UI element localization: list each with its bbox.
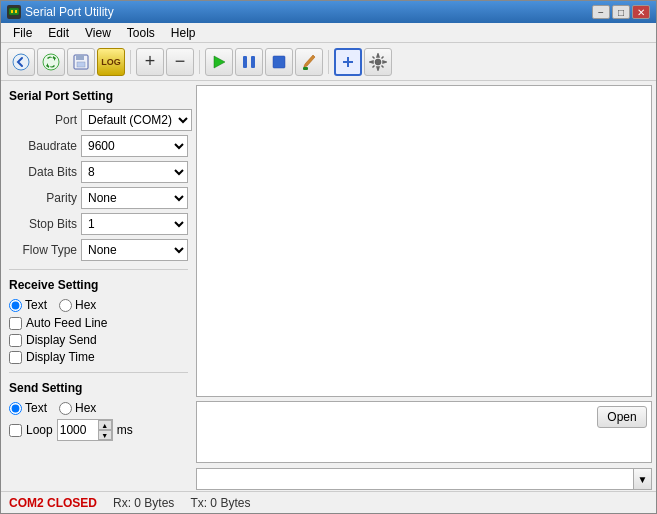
minimize-button[interactable]: − (592, 5, 610, 19)
port-row: Port Default (COM2) COM1 COM2 COM3 (9, 109, 188, 131)
close-button[interactable]: ✕ (632, 5, 650, 19)
stop-bits-select[interactable]: 11.52 (81, 213, 188, 235)
stop-bits-label: Stop Bits (9, 217, 77, 231)
svg-rect-11 (273, 56, 285, 68)
send-input[interactable] (196, 468, 634, 490)
loop-spin-down[interactable]: ▼ (98, 430, 112, 440)
menu-file[interactable]: File (5, 24, 40, 42)
play-button[interactable] (205, 48, 233, 76)
svg-rect-1 (11, 10, 13, 13)
loop-item[interactable]: Loop (9, 423, 53, 437)
window-controls: − □ ✕ (592, 5, 650, 19)
data-bits-select[interactable]: 5678 (81, 161, 188, 183)
loop-spin-up[interactable]: ▲ (98, 420, 112, 430)
auto-feed-line-item[interactable]: Auto Feed Line (9, 316, 188, 330)
app-icon (7, 5, 21, 19)
display-send-checkbox[interactable] (9, 334, 22, 347)
separator-2 (199, 50, 200, 74)
send-section-title: Send Setting (9, 381, 188, 395)
brush-button[interactable] (295, 48, 323, 76)
menu-edit[interactable]: Edit (40, 24, 77, 42)
add2-button[interactable] (334, 48, 362, 76)
svg-marker-8 (214, 56, 225, 68)
main-content: Serial Port Setting Port Default (COM2) … (1, 81, 656, 491)
svg-rect-7 (77, 62, 85, 67)
data-bits-label: Data Bits (9, 165, 77, 179)
separator-1 (130, 50, 131, 74)
display-time-checkbox[interactable] (9, 351, 22, 364)
menu-view[interactable]: View (77, 24, 119, 42)
send-input-row: ▼ (196, 467, 652, 491)
send-text-radio-item[interactable]: Text (9, 401, 47, 415)
send-hex-radio[interactable] (59, 402, 72, 415)
send-text-area[interactable]: Open (196, 401, 652, 463)
status-bar: COM2 CLOSED Rx: 0 Bytes Tx: 0 Bytes (1, 491, 656, 513)
svg-rect-2 (15, 10, 17, 13)
loop-input[interactable] (58, 420, 98, 440)
loop-row: Loop ▲ ▼ ms (9, 419, 188, 441)
send-format-group: Text Hex (9, 401, 188, 415)
ms-label: ms (117, 423, 133, 437)
menu-tools[interactable]: Tools (119, 24, 163, 42)
display-time-label: Display Time (26, 350, 95, 364)
send-text-label: Text (25, 401, 47, 415)
settings-button[interactable] (364, 48, 392, 76)
svg-point-4 (43, 54, 59, 70)
receive-format-group: Text Hex (9, 298, 188, 312)
parity-select[interactable]: NoneOddEvenMarkSpace (81, 187, 188, 209)
right-panel: Open ▼ (196, 81, 656, 491)
send-text-radio[interactable] (9, 402, 22, 415)
loop-input-wrap: ▲ ▼ (57, 419, 113, 441)
add-button[interactable]: + (136, 48, 164, 76)
open-button[interactable]: Open (597, 406, 647, 428)
svg-rect-10 (251, 56, 255, 68)
log-button[interactable]: LOG (97, 48, 125, 76)
receive-hex-radio-item[interactable]: Hex (59, 298, 96, 312)
left-panel: Serial Port Setting Port Default (COM2) … (1, 81, 196, 491)
svg-rect-0 (9, 8, 19, 15)
baudrate-label: Baudrate (9, 139, 77, 153)
remove-button[interactable]: − (166, 48, 194, 76)
port-select[interactable]: Default (COM2) COM1 COM2 COM3 (81, 109, 192, 131)
save-button[interactable] (67, 48, 95, 76)
svg-rect-6 (76, 55, 84, 60)
display-time-item[interactable]: Display Time (9, 350, 188, 364)
send-hex-radio-item[interactable]: Hex (59, 401, 96, 415)
loop-spinners: ▲ ▼ (98, 420, 112, 440)
divider-1 (9, 269, 188, 270)
pause-button[interactable] (235, 48, 263, 76)
loop-checkbox[interactable] (9, 424, 22, 437)
send-hex-label: Hex (75, 401, 96, 415)
parity-label: Parity (9, 191, 77, 205)
maximize-button[interactable]: □ (612, 5, 630, 19)
back-button[interactable] (7, 48, 35, 76)
send-area-container: Open ▼ (196, 401, 652, 491)
menu-help[interactable]: Help (163, 24, 204, 42)
stop-button[interactable] (265, 48, 293, 76)
tx-status: Tx: 0 Bytes (190, 496, 250, 510)
serial-port-section-title: Serial Port Setting (9, 89, 188, 103)
auto-feed-line-label: Auto Feed Line (26, 316, 107, 330)
divider-2 (9, 372, 188, 373)
receive-text-radio[interactable] (9, 299, 22, 312)
receive-section-title: Receive Setting (9, 278, 188, 292)
receive-text-radio-item[interactable]: Text (9, 298, 47, 312)
receive-area[interactable] (196, 85, 652, 397)
rx-status: Rx: 0 Bytes (113, 496, 174, 510)
send-dropdown-button[interactable]: ▼ (634, 468, 652, 490)
display-send-item[interactable]: Display Send (9, 333, 188, 347)
svg-point-3 (13, 54, 29, 70)
receive-hex-radio[interactable] (59, 299, 72, 312)
auto-feed-line-checkbox[interactable] (9, 317, 22, 330)
main-window: Serial Port Utility − □ ✕ File Edit View… (0, 0, 657, 514)
baudrate-select[interactable]: 120024004800 96001920038400 57600115200 (81, 135, 188, 157)
refresh-button[interactable] (37, 48, 65, 76)
port-status: COM2 CLOSED (9, 496, 97, 510)
svg-rect-12 (303, 67, 308, 70)
display-send-label: Display Send (26, 333, 97, 347)
port-label: Port (9, 113, 77, 127)
stop-bits-row: Stop Bits 11.52 (9, 213, 188, 235)
separator-3 (328, 50, 329, 74)
parity-row: Parity NoneOddEvenMarkSpace (9, 187, 188, 209)
flow-type-select[interactable]: NoneRTS/CTSXON/XOFF (81, 239, 188, 261)
